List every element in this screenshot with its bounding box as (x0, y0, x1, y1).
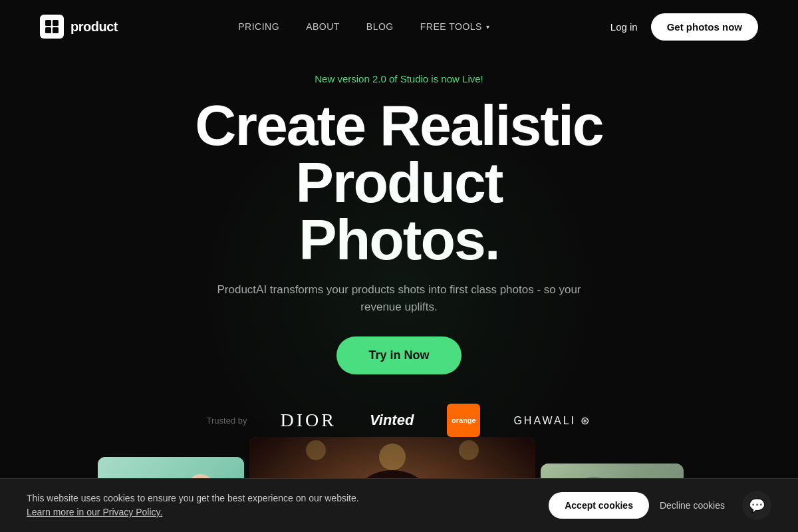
svg-rect-3 (53, 27, 59, 33)
trusted-by-label: Trusted by (207, 416, 247, 426)
login-button[interactable]: Log in (610, 21, 638, 33)
chat-button[interactable]: 💬 (742, 491, 771, 520)
hero-section: New version 2.0 of Studio is now Live! C… (0, 53, 798, 457)
chat-icon: 💬 (749, 497, 765, 513)
nav-pricing[interactable]: PRICING (238, 21, 279, 32)
cookie-banner: This website uses cookies to ensure you … (0, 478, 798, 532)
navbar: product PRICING ABOUT BLOG FREE TOOLS ▾ … (0, 0, 798, 53)
trusted-section: Trusted by DIOR Vinted orange GHAWALI ⊛ (207, 404, 592, 437)
brand-ghawali: GHAWALI ⊛ (513, 414, 591, 427)
nav-blog[interactable]: BLOG (366, 21, 394, 32)
svg-rect-1 (53, 20, 59, 26)
chevron-down-icon: ▾ (486, 23, 490, 31)
get-photos-button[interactable]: Get photos now (651, 13, 758, 41)
logo-icon (40, 15, 64, 39)
brand-orange: orange (447, 404, 480, 437)
cookie-actions: Accept cookies Decline cookies 💬 (549, 491, 771, 520)
decline-cookies-button[interactable]: Decline cookies (660, 500, 725, 511)
nav-actions: Log in Get photos now (610, 13, 758, 41)
nav-about[interactable]: ABOUT (306, 21, 340, 32)
cookie-text: This website uses cookies to ensure you … (27, 491, 359, 519)
hero-subtitle: ProductAI transforms your products shots… (213, 281, 585, 315)
nav-links: PRICING ABOUT BLOG FREE TOOLS ▾ (238, 21, 489, 33)
svg-rect-0 (45, 20, 51, 26)
try-now-button[interactable]: Try in Now (336, 336, 461, 374)
logo-text: product (70, 19, 118, 35)
nav-free-tools[interactable]: FREE TOOLS ▾ (420, 21, 490, 32)
brand-vinted: Vinted (370, 412, 414, 429)
accept-cookies-button[interactable]: Accept cookies (549, 492, 649, 519)
hero-badge: New version 2.0 of Studio is now Live! (315, 73, 483, 84)
hero-title: Create Realistic Product Photos. (100, 96, 698, 268)
svg-rect-2 (45, 27, 51, 33)
privacy-policy-link[interactable]: Learn more in our Privacy Policy. (27, 507, 162, 517)
brand-dior: DIOR (281, 410, 336, 431)
logo-link[interactable]: product (40, 15, 118, 39)
